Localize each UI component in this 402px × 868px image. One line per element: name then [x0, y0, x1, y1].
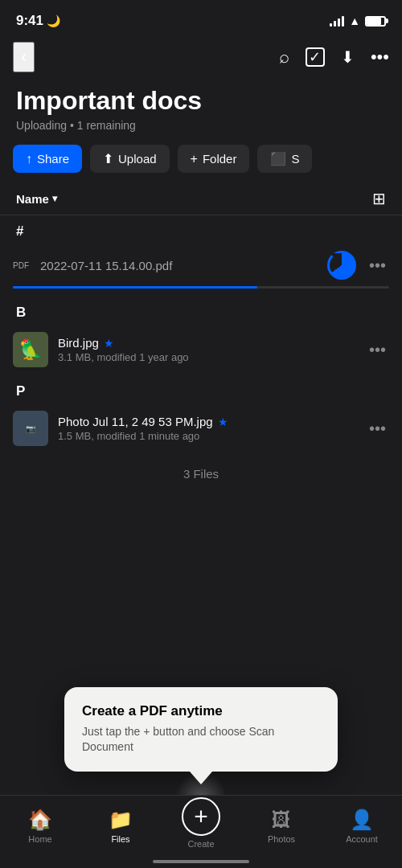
file-thumbnail-photo: 📷	[13, 411, 48, 446]
folder-button[interactable]: + Folder	[178, 145, 250, 173]
sort-button[interactable]: Name ▾	[16, 192, 57, 206]
upload-progress-circle	[327, 251, 356, 280]
files-count: 3 Files	[0, 454, 402, 493]
file-more-button-photo[interactable]: •••	[366, 416, 389, 441]
file-info-bird: Bird.jpg ★ 3.1 MB, modified 1 year ago	[58, 336, 356, 363]
nav-label-home: Home	[28, 834, 51, 844]
section-header-b: B	[0, 297, 402, 324]
photos-icon: 🖼	[272, 809, 291, 831]
file-info-photo: Photo Jul 11, 2 49 53 PM.jpg ★ 1.5 MB, m…	[58, 415, 356, 442]
account-icon: 👤	[350, 809, 374, 831]
nav-item-photos[interactable]: 🖼 Photos	[241, 809, 322, 844]
files-icon: 📁	[109, 809, 133, 831]
file-meta-photo: 1.5 MB, modified 1 minute ago	[58, 430, 356, 442]
tooltip-popup: Create a PDF anytime Just tap the + butt…	[64, 687, 338, 772]
status-time: 9:41	[16, 13, 43, 29]
share-icon: ↑	[26, 152, 32, 166]
select-icon[interactable]: ✓	[306, 47, 325, 67]
moon-icon: 🌙	[47, 14, 60, 27]
file-name-bird: Bird.jpg	[58, 336, 99, 350]
top-nav: ‹ ⌕ ✓ ⬇ •••	[0, 35, 402, 79]
nav-label-create: Create	[187, 839, 214, 849]
cloud-download-icon[interactable]: ⬇	[341, 47, 355, 67]
grid-view-icon[interactable]: ⊞	[372, 189, 386, 208]
nav-label-files: Files	[111, 834, 129, 844]
status-icons: ▲	[330, 14, 386, 27]
uploading-file-item: pdf 2022-07-11 15.14.00.pdf •••	[0, 243, 402, 297]
folder-icon: +	[191, 152, 198, 166]
star-icon-photo: ★	[218, 416, 228, 428]
nav-label-account: Account	[346, 834, 378, 844]
file-thumbnail-bird: 🦜	[13, 332, 48, 367]
tooltip-text: Just tap the + button and choose Scan Do…	[82, 724, 320, 755]
page-subtitle: Uploading • 1 remaining	[16, 119, 386, 132]
search-icon[interactable]: ⌕	[279, 47, 289, 68]
pdf-label: pdf	[13, 261, 29, 270]
section-header-p: P	[0, 375, 402, 403]
uploading-filename: 2022-07-11 15.14.00.pdf	[40, 259, 318, 272]
wifi-icon: ▲	[349, 14, 360, 27]
file-more-button-bird[interactable]: •••	[366, 338, 389, 362]
more-icon[interactable]: •••	[371, 47, 389, 68]
share-button[interactable]: ↑ Share	[13, 145, 82, 173]
file-list: # pdf 2022-07-11 15.14.00.pdf ••• B 🦜 Bi…	[0, 215, 402, 454]
scan-button[interactable]: ⬛ S	[257, 145, 312, 173]
back-button[interactable]: ‹	[13, 42, 35, 72]
tooltip-title: Create a PDF anytime	[82, 703, 320, 719]
file-meta-bird: 3.1 MB, modified 1 year ago	[58, 351, 356, 363]
chevron-down-icon: ▾	[52, 193, 57, 204]
signal-icon	[330, 15, 344, 27]
nav-action-icons: ⌕ ✓ ⬇ •••	[279, 47, 389, 68]
progress-bar-fill	[13, 286, 257, 289]
nav-item-files[interactable]: 📁 Files	[80, 809, 161, 844]
sort-bar: Name ▾ ⊞	[0, 182, 402, 215]
section-header-hash: #	[0, 215, 402, 243]
scan-icon: ⬛	[270, 151, 286, 166]
bottom-nav: 🏠 Home 📁 Files + Create 🖼 Photos 👤 Accou…	[0, 795, 402, 868]
tooltip-arrow	[190, 772, 212, 784]
page-title: Important docs	[16, 85, 386, 116]
nav-item-create[interactable]: + Create	[161, 804, 241, 849]
status-bar: 9:41 🌙 ▲	[0, 0, 402, 35]
home-icon: 🏠	[28, 809, 52, 831]
list-item: 📷 Photo Jul 11, 2 49 53 PM.jpg ★ 1.5 MB,…	[0, 403, 402, 454]
action-buttons: ↑ Share ⬆ Upload + Folder ⬛ S	[0, 141, 402, 182]
upload-icon: ⬆	[103, 151, 113, 166]
nav-item-account[interactable]: 👤 Account	[322, 809, 402, 844]
nav-label-photos: Photos	[268, 834, 295, 844]
nav-item-home[interactable]: 🏠 Home	[0, 809, 80, 844]
list-item: 🦜 Bird.jpg ★ 3.1 MB, modified 1 year ago…	[0, 324, 402, 375]
create-icon: +	[182, 797, 220, 836]
page-header: Important docs Uploading • 1 remaining	[0, 79, 402, 141]
file-name-photo: Photo Jul 11, 2 49 53 PM.jpg	[58, 415, 213, 428]
star-icon-bird: ★	[104, 337, 114, 350]
home-indicator	[153, 860, 249, 863]
battery-icon	[365, 16, 386, 27]
upload-button[interactable]: ⬆ Upload	[90, 145, 170, 173]
file-more-button[interactable]: •••	[366, 253, 389, 278]
progress-bar	[13, 286, 389, 289]
